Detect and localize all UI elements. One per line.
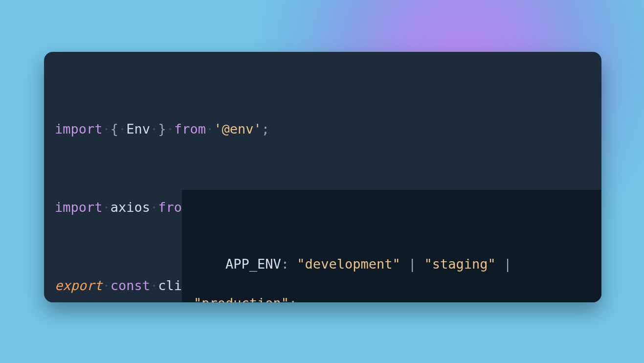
tooltip-line: "production"; [194,294,601,302]
tooltip-key-app-env: APP_ENV [225,256,281,272]
code-editor-window: import·{·Env·}·from·'@env'; import·axios… [44,52,601,302]
keyword-import: import [55,200,103,215]
identifier-env: Env [126,121,150,136]
hover-type-tooltip[interactable]: APP_ENV: "development" | "staging" | "pr… [183,191,601,302]
identifier-axios: axios [111,200,150,215]
tooltip-line: APP_ENV: "development" | "staging" | [194,254,601,274]
keyword-const: const [111,278,150,293]
string-env-module: '@env' [214,121,262,136]
keyword-export: export [55,278,103,293]
code-line[interactable]: import·{·Env·}·from·'@env'; [53,119,593,139]
tooltip-content: APP_ENV: "development" | "staging" | "pr… [183,230,601,302]
keyword-from: from [174,121,206,136]
keyword-import: import [55,121,103,136]
